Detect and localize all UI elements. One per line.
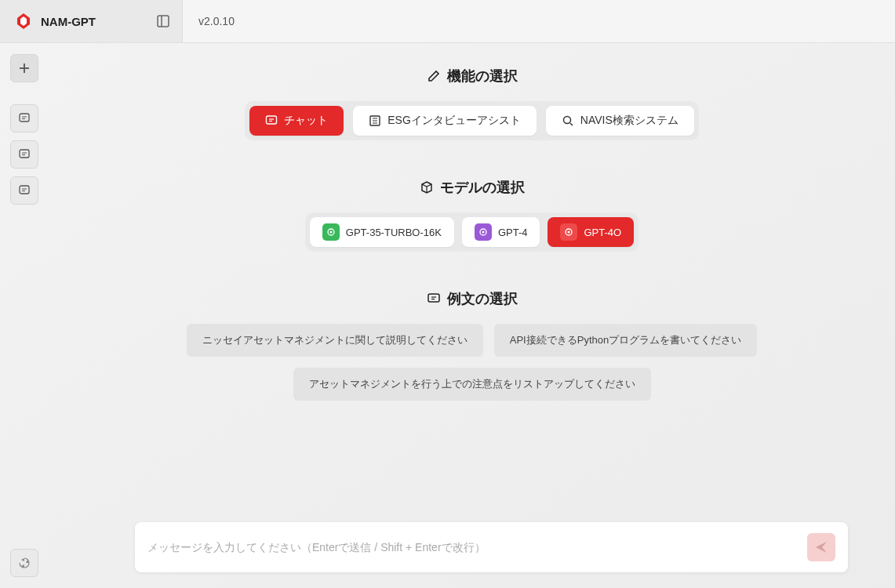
chat-icon [18,148,31,161]
model-options-row: GPT-35-TURBO-16K GPT-4 GPT-4O [305,212,639,252]
model-option-label: GPT-4O [584,227,621,238]
sidebar-history-item[interactable] [10,176,38,205]
sidebar-toggle-button[interactable] [152,10,174,32]
function-options-row: チャット ESGインタビューアシスト NAV [245,101,699,140]
app-title: NAM-GPT [41,15,144,28]
svg-line-22 [570,123,573,125]
function-option-label: チャット [284,114,328,128]
openai-icon [322,223,340,241]
function-option-chat[interactable]: チャット [249,106,344,136]
function-title-text: 機能の選択 [447,67,518,85]
svg-rect-29 [428,294,439,302]
function-option-label: NAVIS検索システム [580,114,679,128]
function-selection-section: 機能の選択 チャット [80,67,864,140]
version-label: v2.0.10 [198,15,235,27]
recycle-button[interactable] [10,549,38,577]
model-option-label: GPT-4 [498,227,528,238]
function-option-label: ESGインタビューアシスト [387,114,521,128]
sidebar-history-item[interactable] [10,104,38,132]
cube-icon [420,180,434,194]
chat-icon [18,112,31,125]
send-button[interactable] [807,533,835,561]
sidebar [0,43,49,588]
function-option-navis[interactable]: NAVIS検索システム [546,106,694,136]
examples-title-text: 例文の選択 [447,289,518,308]
examples-section: 例文の選択 ニッセイアセットマネジメントに関して説明してください API接続でき… [80,289,864,401]
header-left: NAM-GPT [0,0,183,42]
message-icon [427,292,441,306]
svg-point-21 [563,117,570,124]
svg-point-28 [568,231,570,234]
chat-icon [265,114,278,127]
example-prompt[interactable]: API接続できるPythonプログラムを書いてください [494,324,757,357]
panel-icon [156,14,170,28]
model-option-gpt4o[interactable]: GPT-4O [548,217,634,247]
svg-point-26 [482,231,484,234]
pencil-icon [427,69,441,83]
svg-rect-7 [20,150,29,158]
examples-list: ニッセイアセットマネジメントに関して説明してください API接続できるPytho… [174,324,770,401]
recycle-icon [18,557,31,569]
svg-point-24 [329,231,332,234]
svg-rect-4 [20,114,29,122]
send-icon [814,540,828,554]
app-logo-icon [14,12,33,31]
model-section-title: モデルの選択 [420,178,525,197]
example-prompt[interactable]: ニッセイアセットマネジメントに関して説明してください [187,324,483,357]
model-selection-section: モデルの選択 GPT-35-TURBO-16K GPT-4 [80,178,864,252]
svg-rect-14 [267,116,277,124]
model-title-text: モデルの選択 [440,178,525,197]
message-input[interactable] [147,541,799,554]
example-prompt[interactable]: アセットマネジメントを行う上での注意点をリストアップしてください [293,368,651,401]
header: NAM-GPT v2.0.10 [0,0,895,43]
book-icon [369,114,381,127]
examples-section-title: 例文の選択 [427,289,518,308]
new-chat-button[interactable] [10,54,38,82]
plus-icon [18,62,31,74]
sidebar-history-item[interactable] [10,140,38,169]
function-section-title: 機能の選択 [427,67,518,85]
model-option-label: GPT-35-TURBO-16K [346,227,442,238]
svg-rect-0 [158,16,169,27]
search-icon [562,114,574,127]
main-content: 機能の選択 チャット [49,43,895,588]
chat-icon [18,184,31,197]
function-option-esg[interactable]: ESGインタビューアシスト [353,106,537,136]
svg-rect-10 [20,186,29,194]
model-option-gpt35[interactable]: GPT-35-TURBO-16K [310,217,454,247]
model-option-gpt4[interactable]: GPT-4 [462,217,540,247]
openai-icon [560,223,577,241]
openai-icon [475,223,492,241]
message-input-bar [135,522,848,572]
